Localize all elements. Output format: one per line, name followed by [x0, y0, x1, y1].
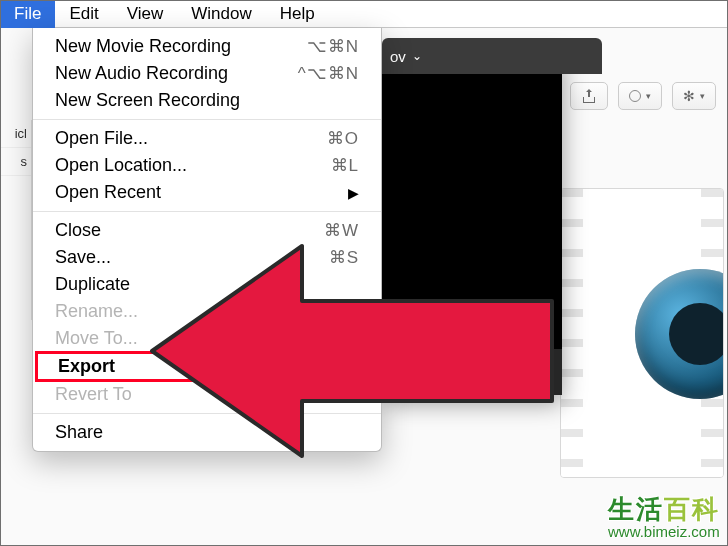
- menu-item-new-audio-recording[interactable]: New Audio Recording ^⌥⌘N: [33, 60, 381, 87]
- menu-separator: [33, 211, 381, 212]
- gear-icon: ✻: [683, 88, 695, 104]
- quicktime-controls[interactable]: 1:01: [382, 349, 562, 395]
- quicktime-duration: 1:01: [525, 364, 552, 380]
- menu-shortcut: ⌥⌘N: [307, 36, 359, 57]
- menu-item-save[interactable]: Save... ⌘S: [33, 244, 381, 271]
- chevron-down-icon: ▾: [646, 91, 651, 101]
- share-button[interactable]: [570, 82, 608, 110]
- sidebar-fragment: icl s: [0, 120, 32, 320]
- menu-item-label: Duplicate: [55, 274, 130, 295]
- menu-item-label: Open File...: [55, 128, 148, 149]
- quicktime-title: ov: [390, 48, 406, 65]
- menu-shortcut: ⌘L: [331, 155, 359, 176]
- sidebar-row[interactable]: s: [0, 148, 31, 176]
- menu-item-label: New Audio Recording: [55, 63, 228, 84]
- menu-item-label: Save...: [55, 247, 111, 268]
- menu-edit[interactable]: Edit: [55, 0, 112, 28]
- menu-item-revert-to: Revert To: [33, 381, 381, 408]
- circle-icon: [629, 90, 641, 102]
- menu-window[interactable]: Window: [177, 0, 265, 28]
- menu-item-label: Move To...: [55, 328, 138, 349]
- menu-item-rename: Rename...: [33, 298, 381, 325]
- menu-shortcut: ⌘W: [324, 220, 359, 241]
- menu-item-label: Open Recent: [55, 182, 161, 203]
- quicktime-player-window[interactable]: ov ⌄ 1:01: [382, 50, 562, 395]
- menu-item-label: New Screen Recording: [55, 90, 240, 111]
- menu-item-open-recent[interactable]: Open Recent ▶: [33, 179, 381, 206]
- menu-shortcut: ⌘S: [329, 247, 359, 268]
- menu-item-move-to: Move To...: [33, 325, 381, 352]
- menu-view[interactable]: View: [113, 0, 178, 28]
- tags-button[interactable]: ▾: [618, 82, 662, 110]
- menu-item-label: Share: [55, 422, 103, 443]
- menu-shortcut: ⌘O: [327, 128, 359, 149]
- chevron-down-icon[interactable]: ⌄: [412, 49, 422, 63]
- watermark-url: www.bimeiz.com: [608, 524, 720, 541]
- share-icon: [581, 88, 597, 104]
- menu-item-share[interactable]: Share: [33, 419, 381, 446]
- quicktime-titlebar[interactable]: ov ⌄: [382, 38, 602, 74]
- menu-file[interactable]: File: [0, 0, 55, 28]
- sidebar-row[interactable]: icl: [0, 120, 31, 148]
- filmstrip-left: [561, 189, 583, 477]
- menu-item-label: New Movie Recording: [55, 36, 231, 57]
- submenu-arrow-icon: ▶: [348, 185, 359, 201]
- action-button[interactable]: ✻ ▾: [672, 82, 716, 110]
- menu-help[interactable]: Help: [266, 0, 329, 28]
- menu-separator: [33, 119, 381, 120]
- menu-item-open-file[interactable]: Open File... ⌘O: [33, 125, 381, 152]
- watermark-cn-right: 百科: [664, 494, 720, 524]
- toolbar-fragment: ▾ ✻ ▾: [560, 76, 716, 116]
- menu-item-duplicate[interactable]: Duplicate: [33, 271, 381, 298]
- quicktime-logo-icon: [635, 269, 724, 399]
- menu-item-open-location[interactable]: Open Location... ⌘L: [33, 152, 381, 179]
- menu-item-label: Rename...: [55, 301, 138, 322]
- menu-item-label: Open Location...: [55, 155, 187, 176]
- menu-item-label: Export: [58, 356, 115, 376]
- file-preview: [560, 188, 724, 478]
- menu-item-new-screen-recording[interactable]: New Screen Recording: [33, 87, 381, 114]
- menu-bar: File Edit View Window Help: [0, 0, 728, 28]
- file-menu-dropdown: New Movie Recording ⌥⌘N New Audio Record…: [32, 28, 382, 452]
- watermark-title: 生活百科: [608, 495, 720, 524]
- menu-item-export[interactable]: Export: [35, 351, 379, 382]
- chevron-down-icon: ▾: [700, 91, 705, 101]
- watermark: 生活百科 www.bimeiz.com: [608, 495, 720, 540]
- menu-item-label: Revert To: [55, 384, 132, 405]
- menu-separator: [33, 413, 381, 414]
- watermark-cn-left: 生活: [608, 494, 664, 524]
- menu-item-new-movie-recording[interactable]: New Movie Recording ⌥⌘N: [33, 33, 381, 60]
- menu-item-close[interactable]: Close ⌘W: [33, 217, 381, 244]
- menu-item-label: Close: [55, 220, 101, 241]
- menu-shortcut: ^⌥⌘N: [298, 63, 359, 84]
